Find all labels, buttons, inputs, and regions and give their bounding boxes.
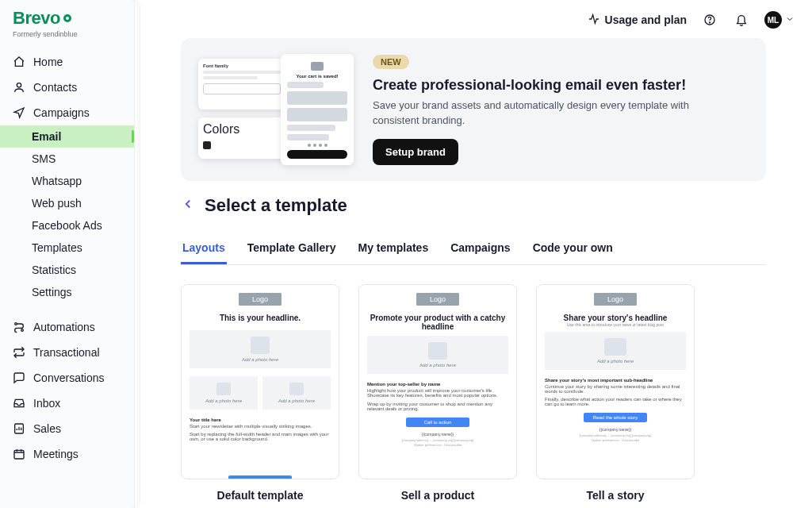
template-preview[interactable]: Logo This is your headline. Add a photo … — [181, 284, 339, 479]
template-card-sell-product: Logo Promote your product with a catchy … — [358, 284, 517, 502]
tab-code-your-own[interactable]: Code your own — [531, 233, 615, 264]
template-section-title: Your title here — [190, 418, 331, 422]
template-logo-label: Logo — [239, 293, 282, 306]
page-title: Select a template — [205, 195, 347, 216]
usage-label: Usage and plan — [605, 13, 687, 26]
help-icon — [703, 13, 716, 26]
template-body: Your title here Start your newsletter wi… — [182, 414, 339, 444]
nav: Home Contacts Campaigns Email SMS Whatsa… — [0, 49, 134, 467]
banner-title: Create professional-looking email even f… — [373, 77, 749, 94]
chevron-down-icon — [785, 13, 795, 27]
tab-my-templates[interactable]: My templates — [356, 233, 430, 264]
sidebar-item-label: Email — [32, 130, 61, 143]
tab-campaigns[interactable]: Campaigns — [449, 233, 511, 264]
sidebar-sub-whatsapp[interactable]: Whatsapp — [0, 170, 134, 192]
template-logo-label: Logo — [594, 293, 637, 306]
template-cta: Call to action — [406, 418, 469, 427]
sidebar-item-contacts[interactable]: Contacts — [0, 75, 134, 100]
template-headline: Promote your product with a catchy headl… — [359, 310, 516, 334]
sidebar-sub-statistics[interactable]: Statistics — [0, 259, 134, 281]
tab-label: Code your own — [533, 241, 613, 254]
photo-caption: Add a photo here — [278, 398, 315, 403]
photo-caption: Add a photo here — [419, 363, 456, 368]
shirt-icon — [216, 383, 231, 395]
svg-point-6 — [709, 22, 710, 23]
sidebar-item-label: Statistics — [32, 264, 76, 276]
back-button[interactable] — [181, 197, 195, 214]
tab-layouts[interactable]: Layouts — [181, 233, 227, 264]
report-icon — [13, 422, 25, 435]
send-icon — [13, 106, 25, 119]
avatar-initials: ML — [768, 16, 779, 25]
page-title-row: Select a template — [181, 195, 766, 216]
brand-dot-icon — [63, 14, 71, 22]
sidebar-sub-email[interactable]: Email — [0, 125, 134, 148]
template-body: Share your story's most important sub-he… — [537, 375, 694, 410]
template-body-line: Wrap up by inviting your customer to sho… — [367, 402, 508, 411]
sidebar-sub-settings[interactable]: Settings — [0, 281, 134, 303]
photo-placeholder: Add a photo here — [545, 332, 686, 370]
sidebar-item-meetings[interactable]: Meetings — [0, 441, 134, 467]
template-preview[interactable]: Logo Promote your product with a catchy … — [358, 284, 517, 479]
bag-icon — [251, 337, 270, 354]
sidebar-item-label: Campaigns — [33, 106, 90, 119]
svg-point-2 — [21, 329, 24, 332]
tab-template-gallery[interactable]: Template Gallery — [246, 233, 338, 264]
brand-block: Brevo Formerly sendinblue — [0, 0, 134, 41]
chat-icon — [13, 371, 25, 384]
template-body-line: Highlight how your product will improve … — [367, 388, 508, 398]
brand-setup-banner: Font family Colors Your cart is saved! — [181, 38, 766, 181]
sidebar-sub-templates[interactable]: Templates — [0, 237, 134, 259]
sidebar-item-label: Facebook Ads — [32, 219, 102, 232]
home-icon — [13, 56, 25, 68]
template-tabs: Layouts Template Gallery My templates Ca… — [181, 233, 766, 265]
setup-brand-button[interactable]: Setup brand — [373, 139, 458, 165]
shoe-icon — [289, 383, 304, 395]
sidebar-item-campaigns[interactable]: Campaigns — [0, 100, 134, 125]
sidebar-item-sales[interactable]: Sales — [0, 416, 134, 441]
bag-icon — [428, 342, 447, 360]
thumb-label: Colors — [203, 122, 281, 137]
banner-preview: Font family Colors Your cart is saved! — [198, 54, 354, 165]
template-headline: Share your story's headline — [537, 310, 694, 322]
usage-and-plan-button[interactable]: Usage and plan — [588, 13, 687, 28]
account-menu[interactable]: ML — [764, 11, 795, 29]
template-body-line: Continue your story by sharing some inte… — [545, 384, 686, 394]
main: Usage and plan ML Font family — [135, 0, 812, 508]
sidebar-item-automations[interactable]: Automations — [0, 314, 134, 340]
sidebar-sub-sms[interactable]: SMS — [0, 148, 134, 170]
template-body-line: Start your newsletter with multiple visu… — [190, 424, 331, 429]
tab-label: My templates — [358, 241, 428, 254]
sidebar-sub-webpush[interactable]: Web push — [0, 192, 134, 214]
template-name: Tell a story — [587, 489, 645, 502]
template-grid: Logo This is your headline. Add a photo … — [181, 284, 766, 502]
photo-placeholder: Add a photo here — [262, 376, 331, 410]
photo-caption: Add a photo here — [597, 359, 634, 364]
new-badge: NEW — [373, 55, 409, 69]
sidebar-sub-facebook-ads[interactable]: Facebook Ads — [0, 214, 134, 237]
bell-icon — [735, 13, 748, 26]
sidebar-item-inbox[interactable]: Inbox — [0, 391, 134, 416]
sidebar-item-label: Home — [33, 56, 63, 68]
template-body-line: Start by replacing the full-width header… — [190, 432, 331, 441]
tab-label: Campaigns — [450, 241, 510, 254]
sidebar-item-label: Web push — [32, 197, 82, 210]
automation-icon — [13, 321, 25, 333]
sidebar-item-label: Conversations — [33, 371, 105, 384]
template-sub-title: Mention your top-seller by name — [367, 382, 508, 387]
repeat-icon — [13, 346, 25, 359]
help-button[interactable] — [701, 11, 718, 29]
sidebar-item-transactional[interactable]: Transactional — [0, 340, 134, 365]
brand-logo[interactable]: Brevo — [13, 8, 121, 29]
thumb-label: Font family — [203, 64, 281, 68]
template-name: Default template — [217, 489, 304, 502]
sidebar-item-label: Contacts — [33, 81, 77, 94]
template-body-line: Finally, describe what action your reade… — [545, 397, 686, 406]
svg-point-1 — [15, 323, 17, 325]
sidebar-item-label: Whatsapp — [32, 175, 82, 187]
sidebar-item-conversations[interactable]: Conversations — [0, 365, 134, 391]
notifications-button[interactable] — [733, 11, 750, 29]
template-preview[interactable]: Logo Share your story's headline Use thi… — [536, 284, 695, 479]
sidebar-item-home[interactable]: Home — [0, 49, 134, 75]
sidebar-item-label: SMS — [32, 152, 56, 165]
